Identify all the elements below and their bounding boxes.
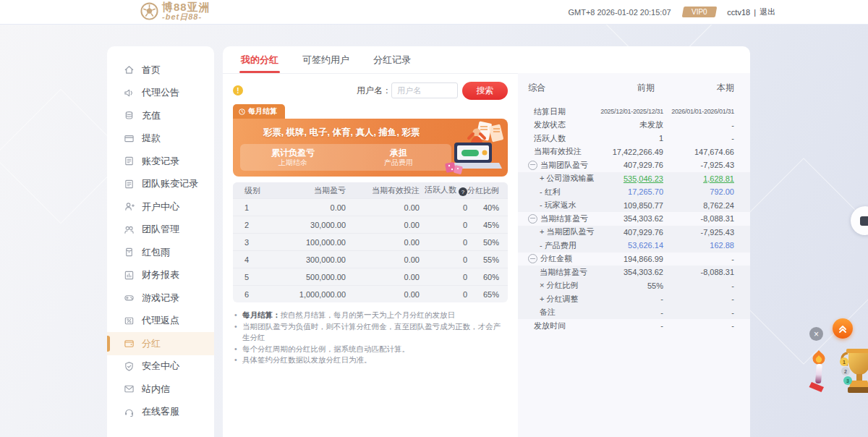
report-icon <box>124 270 135 281</box>
collapse-icon[interactable] <box>528 214 537 224</box>
level-table-cell: 0.00 <box>346 238 420 247</box>
summary-prev-value[interactable]: 53,626.14 <box>581 241 663 250</box>
sidebar-item-account-opening[interactable]: 开户中心 <box>107 195 214 218</box>
level-table-col-header: 活跃人数? <box>420 184 467 197</box>
sidebar-item-label: 团队账变记录 <box>142 177 198 190</box>
notice-icon[interactable]: ! <box>233 85 243 96</box>
tab-signable-users[interactable]: 可签约用户 <box>302 46 349 73</box>
summary-cur-value[interactable]: 1,628.81 <box>668 174 734 183</box>
team-icon <box>124 224 135 235</box>
level-table-cell: 1 <box>233 203 269 212</box>
level-table-cell: 500,000.00 <box>269 273 346 281</box>
summary-col-cur: 本期 <box>655 82 734 94</box>
summary-rows: 结算日期2025/12/01-2025/12/312026/01/01-2026… <box>518 105 750 333</box>
sidebar-menu: 首页代理公告充值提款账变记录团队账变记录开户中心团队管理红包雨财务报表游戏记录代… <box>107 59 214 423</box>
search-row: ! 用户名： 搜索 <box>233 81 508 100</box>
sidebar-item-team-account-records[interactable]: 团队账变记录 <box>107 173 214 196</box>
sidebar-item-agent-notice[interactable]: 代理公告 <box>107 82 214 105</box>
summary-row: + 当期团队盈亏407,929.76-7,925.43 <box>518 226 750 239</box>
monthly-settlement-tag: 每月结算 <box>233 104 285 119</box>
rebate-icon <box>124 315 135 326</box>
sidebar-item-game-records[interactable]: 游戏记录 <box>107 287 214 310</box>
tab-my-dividend[interactable]: 我的分红 <box>241 46 278 73</box>
summary-row-label: 当期结算盈亏 <box>528 213 588 224</box>
summary-row-label: 备注 <box>528 307 556 318</box>
sidebar-item-label: 站内信 <box>142 383 170 396</box>
summary-row-label: 发放时间 <box>528 321 566 331</box>
help-icon[interactable]: ? <box>459 187 467 196</box>
summary-cur-value: - <box>668 294 734 303</box>
separator: | <box>754 8 756 17</box>
level-table-row: 61,000,000.000.00065% <box>233 285 508 302</box>
summary-col-prev: 前期 <box>545 82 655 94</box>
level-table-cell: 0 <box>420 255 467 264</box>
chevron-up-icon <box>838 323 848 334</box>
summary-row: 发放时间-- <box>518 319 750 333</box>
tab-dividend-records[interactable]: 分红记录 <box>373 46 411 73</box>
red-packet-icon <box>124 247 135 258</box>
logout-link[interactable]: 退出 <box>760 7 775 17</box>
summary-row-label: - 红利 <box>528 187 561 198</box>
summary-row-label: 结算日期 <box>528 106 566 117</box>
brand-title: 博88亚洲 <box>162 1 210 12</box>
summary-cur-value[interactable]: 162.88 <box>668 241 734 250</box>
sidebar-item-deposit[interactable]: 充值 <box>107 104 214 127</box>
sidebar-item-label: 代理返点 <box>142 314 179 327</box>
summary-prev-value: - <box>560 308 663 317</box>
sidebar-item-security-center[interactable]: 安全中心 <box>107 355 214 378</box>
banner-left-sub: 上期结余 <box>278 158 307 168</box>
sidebar-item-team-management[interactable]: 团队管理 <box>107 218 214 242</box>
sidebar-item-label: 账变记录 <box>142 155 179 168</box>
level-table-cell: 0 <box>420 273 467 281</box>
level-table-cell: 300,000.00 <box>269 255 346 264</box>
summary-row-label: - 产品费用 <box>528 240 576 251</box>
summary-prev-value[interactable]: 17,265.70 <box>565 187 663 196</box>
summary-prev-value: 1 <box>570 134 663 143</box>
sidebar-item-withdraw[interactable]: 提款 <box>107 127 214 150</box>
sidebar-item-online-service[interactable]: 在线客服 <box>107 401 214 424</box>
summary-prev-value: 354,303.62 <box>592 214 663 223</box>
sidebar-item-label: 游戏记录 <box>142 292 179 305</box>
collapse-icon[interactable] <box>528 161 537 170</box>
team-ledger-icon <box>124 179 135 190</box>
level-table-cell: 4 <box>233 255 269 264</box>
summary-cur-value: -8,088.31 <box>668 268 734 276</box>
brand-logo[interactable]: 博88亚洲 -bet日88- <box>140 1 210 21</box>
banner-right-title: 承担 <box>390 148 407 158</box>
summary-prev-value[interactable]: 535,046.23 <box>598 174 663 183</box>
summary-cur-value: -7,925.43 <box>668 161 734 169</box>
summary-row: 当期结算盈亏354,303.62-8,088.31 <box>518 266 750 279</box>
summary-row-label: + 分红调整 <box>528 294 578 305</box>
headset-icon <box>124 407 135 417</box>
close-icon[interactable]: × <box>809 327 823 341</box>
sidebar-item-dividend[interactable]: 分红 <box>107 332 214 355</box>
level-table-cell: 40% <box>467 203 508 212</box>
level-table-col-header: 当期盈亏 <box>269 185 346 196</box>
summary-row-label: + 当期团队盈亏 <box>528 226 594 237</box>
level-table-row: 230,000.000.00045% <box>233 216 508 233</box>
clock-icon <box>239 109 245 115</box>
coins-icon <box>124 110 135 121</box>
sidebar-item-account-records[interactable]: 账变记录 <box>107 150 214 173</box>
search-button[interactable]: 搜索 <box>462 82 508 100</box>
sidebar-item-agent-rebate[interactable]: 代理返点 <box>107 310 214 333</box>
sidebar-item-financial-report[interactable]: 财务报表 <box>107 264 214 287</box>
summary-cur-value[interactable]: 792.00 <box>668 187 734 196</box>
summary-row: × 分红比例55%- <box>518 279 750 293</box>
username-input[interactable] <box>391 82 458 98</box>
sidebar-item-red-packet-rain[interactable]: 红包雨 <box>107 241 214 264</box>
back-to-top-button[interactable] <box>833 318 853 339</box>
level-table-cell: 30,000.00 <box>269 221 346 229</box>
sidebar-item-home[interactable]: 首页 <box>107 59 214 82</box>
level-table-header: 级别当期盈亏当期有效投注活跃人数?分红比例 <box>233 182 508 198</box>
trophy-decoration[interactable]: 1 2 3 <box>839 346 868 399</box>
torch-decoration[interactable] <box>806 349 832 396</box>
sidebar-item-label: 代理公告 <box>142 86 179 99</box>
sidebar-item-site-mail[interactable]: 站内信 <box>107 378 214 401</box>
banner-right-sub: 产品费用 <box>384 158 413 168</box>
collapse-icon[interactable] <box>528 254 537 263</box>
level-table-row: 3100,000.000.00050% <box>233 233 508 250</box>
summary-header: 综合 前期 本期 <box>518 82 750 94</box>
level-table-cell: 0 <box>420 203 467 212</box>
summary-row: 当期团队盈亏407,929.76-7,925.43 <box>518 158 750 172</box>
